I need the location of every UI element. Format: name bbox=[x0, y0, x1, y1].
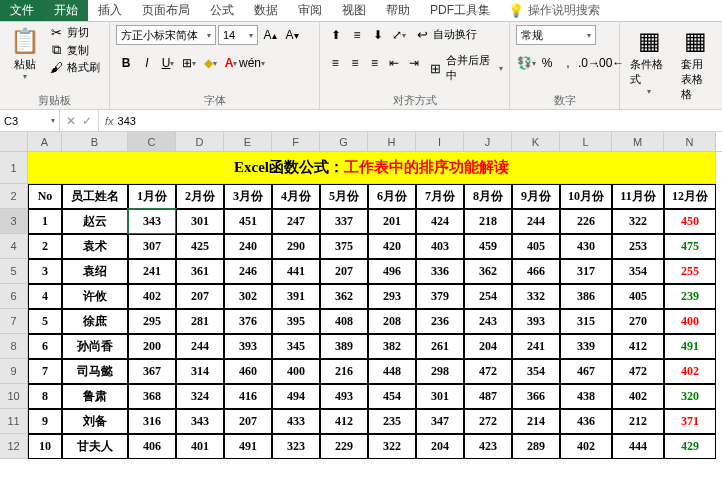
tab-insert[interactable]: 插入 bbox=[88, 0, 132, 21]
header-cell[interactable]: 12月份 bbox=[664, 184, 716, 209]
align-middle-button[interactable]: ≡ bbox=[347, 25, 367, 45]
data-cell[interactable]: 290 bbox=[272, 234, 320, 259]
align-center-button[interactable]: ≡ bbox=[346, 53, 365, 73]
data-cell[interactable]: 4 bbox=[28, 284, 62, 309]
align-bottom-button[interactable]: ⬇ bbox=[368, 25, 388, 45]
data-cell[interactable]: 322 bbox=[612, 209, 664, 234]
col-head-I[interactable]: I bbox=[416, 132, 464, 151]
data-cell[interactable]: 395 bbox=[272, 309, 320, 334]
header-cell[interactable]: 2月份 bbox=[176, 184, 224, 209]
data-cell[interactable]: 393 bbox=[512, 309, 560, 334]
data-cell[interactable]: 420 bbox=[368, 234, 416, 259]
indent-inc-button[interactable]: ⇥ bbox=[405, 53, 424, 73]
wrap-text-button[interactable]: ↩自动换行 bbox=[414, 25, 477, 43]
data-cell[interactable]: 343 bbox=[176, 409, 224, 434]
tab-review[interactable]: 审阅 bbox=[288, 0, 332, 21]
data-cell[interactable]: 391 bbox=[272, 284, 320, 309]
header-cell[interactable]: 11月份 bbox=[612, 184, 664, 209]
data-cell[interactable]: 354 bbox=[612, 259, 664, 284]
col-head-F[interactable]: F bbox=[272, 132, 320, 151]
data-cell[interactable]: 433 bbox=[272, 409, 320, 434]
data-cell[interactable]: 459 bbox=[464, 234, 512, 259]
data-cell[interactable]: 甘夫人 bbox=[62, 434, 128, 459]
data-cell[interactable]: 451 bbox=[224, 209, 272, 234]
data-cell[interactable]: 354 bbox=[512, 359, 560, 384]
data-cell[interactable]: 382 bbox=[368, 334, 416, 359]
italic-button[interactable]: I bbox=[137, 53, 157, 73]
data-cell[interactable]: 323 bbox=[272, 434, 320, 459]
row-head-9[interactable]: 9 bbox=[0, 359, 28, 384]
data-cell[interactable]: 402 bbox=[560, 434, 612, 459]
data-cell[interactable]: 2 bbox=[28, 234, 62, 259]
data-cell[interactable]: 375 bbox=[320, 234, 368, 259]
data-cell[interactable]: 343 bbox=[128, 209, 176, 234]
data-cell[interactable]: 7 bbox=[28, 359, 62, 384]
col-head-N[interactable]: N bbox=[664, 132, 716, 151]
data-cell[interactable]: 424 bbox=[416, 209, 464, 234]
data-cell[interactable]: 315 bbox=[560, 309, 612, 334]
tab-file[interactable]: 文件 bbox=[0, 0, 44, 21]
formula-input[interactable]: fx343 bbox=[99, 110, 722, 131]
data-cell[interactable]: 368 bbox=[128, 384, 176, 409]
row-head-12[interactable]: 12 bbox=[0, 434, 28, 459]
data-cell[interactable]: 272 bbox=[464, 409, 512, 434]
header-cell[interactable]: 1月份 bbox=[128, 184, 176, 209]
data-cell[interactable]: 247 bbox=[272, 209, 320, 234]
format-painter-button[interactable]: 🖌格式刷 bbox=[48, 60, 100, 75]
data-cell[interactable]: 10 bbox=[28, 434, 62, 459]
header-cell[interactable]: 9月份 bbox=[512, 184, 560, 209]
orientation-button[interactable]: ⤢▾ bbox=[389, 25, 409, 45]
data-cell[interactable]: 336 bbox=[416, 259, 464, 284]
col-head-C[interactable]: C bbox=[128, 132, 176, 151]
data-cell[interactable]: 345 bbox=[272, 334, 320, 359]
col-head-H[interactable]: H bbox=[368, 132, 416, 151]
cancel-icon[interactable]: ✕ bbox=[66, 114, 76, 128]
col-head-L[interactable]: L bbox=[560, 132, 612, 151]
data-cell[interactable]: 406 bbox=[128, 434, 176, 459]
data-cell[interactable]: 301 bbox=[176, 209, 224, 234]
fill-color-button[interactable]: ◆▾ bbox=[200, 53, 220, 73]
data-cell[interactable]: 207 bbox=[224, 409, 272, 434]
data-cell[interactable]: 438 bbox=[560, 384, 612, 409]
font-name-select[interactable]: 方正小标宋简体▾ bbox=[116, 25, 216, 45]
select-all-corner[interactable] bbox=[0, 132, 28, 151]
data-cell[interactable]: 430 bbox=[560, 234, 612, 259]
data-cell[interactable]: 许攸 bbox=[62, 284, 128, 309]
row-head-8[interactable]: 8 bbox=[0, 334, 28, 359]
data-cell[interactable]: 320 bbox=[664, 384, 716, 409]
row-head-6[interactable]: 6 bbox=[0, 284, 28, 309]
tab-pdf[interactable]: PDF工具集 bbox=[420, 0, 500, 21]
data-cell[interactable]: 389 bbox=[320, 334, 368, 359]
cut-button[interactable]: ✂剪切 bbox=[48, 25, 100, 40]
data-cell[interactable]: 467 bbox=[560, 359, 612, 384]
data-cell[interactable]: 218 bbox=[464, 209, 512, 234]
comma-button[interactable]: , bbox=[558, 53, 578, 73]
conditional-format-button[interactable]: ▦ 条件格式▾ bbox=[626, 25, 673, 98]
header-cell[interactable]: 6月份 bbox=[368, 184, 416, 209]
row-head-4[interactable]: 4 bbox=[0, 234, 28, 259]
row-head-7[interactable]: 7 bbox=[0, 309, 28, 334]
table-format-button[interactable]: ▦ 套用 表格格 bbox=[677, 25, 714, 104]
tab-view[interactable]: 视图 bbox=[332, 0, 376, 21]
data-cell[interactable]: 204 bbox=[416, 434, 464, 459]
data-cell[interactable]: 379 bbox=[416, 284, 464, 309]
row-head-1[interactable]: 1 bbox=[0, 152, 28, 184]
percent-button[interactable]: % bbox=[537, 53, 557, 73]
data-cell[interactable]: 400 bbox=[664, 309, 716, 334]
row-head-5[interactable]: 5 bbox=[0, 259, 28, 284]
row-head-11[interactable]: 11 bbox=[0, 409, 28, 434]
row-head-3[interactable]: 3 bbox=[0, 209, 28, 234]
row-head-10[interactable]: 10 bbox=[0, 384, 28, 409]
data-cell[interactable]: 235 bbox=[368, 409, 416, 434]
data-cell[interactable]: 298 bbox=[416, 359, 464, 384]
data-cell[interactable]: 307 bbox=[128, 234, 176, 259]
header-cell[interactable]: 7月份 bbox=[416, 184, 464, 209]
col-head-G[interactable]: G bbox=[320, 132, 368, 151]
data-cell[interactable]: 324 bbox=[176, 384, 224, 409]
data-cell[interactable]: 487 bbox=[464, 384, 512, 409]
data-cell[interactable]: 255 bbox=[664, 259, 716, 284]
number-format-select[interactable]: 常规▾ bbox=[516, 25, 596, 45]
data-cell[interactable]: 208 bbox=[368, 309, 416, 334]
data-cell[interactable]: 301 bbox=[416, 384, 464, 409]
decrease-decimal-button[interactable]: .00← bbox=[600, 53, 620, 73]
